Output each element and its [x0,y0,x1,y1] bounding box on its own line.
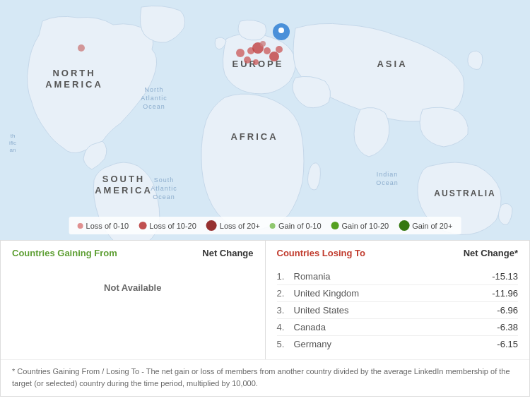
losing-table-title: Countries Losing To [277,248,365,258]
legend-dot-loss-20plus [206,220,217,231]
losing-table-netchange-label: Net Change* [464,248,518,258]
legend-item-loss-20plus: Loss of 20+ [206,220,260,231]
svg-text:South: South [154,176,175,184]
svg-text:AMERICA: AMERICA [95,185,153,196]
data-section: Countries Gaining From Net Change Not Av… [0,240,530,397]
svg-text:Ocean: Ocean [153,193,175,200]
svg-text:Ocean: Ocean [143,103,165,110]
legend-item-gain-10-20: Gain of 10-20 [331,222,389,230]
table-row: 4. Canada -6.38 [277,318,519,335]
row-left: 3. United States [277,305,349,316]
row-country: United States [294,305,349,316]
legend-item-loss-10-20: Loss of 10-20 [139,222,196,230]
row-value: -11.96 [492,288,518,299]
row-value: -6.96 [497,305,518,316]
footnote-text: * Countries Gaining From / Losing To - T… [12,366,518,389]
row-value: -15.13 [492,271,518,282]
not-available-text: Not Available [12,268,254,307]
svg-text:SOUTH: SOUTH [102,174,146,184]
table-row: 5. Germany -6.15 [277,335,519,352]
legend-item-gain-20plus: Gain of 20+ [399,220,452,231]
svg-text:Atlantic: Atlantic [151,185,177,192]
table-row: 2. United Kingdom -11.96 [277,284,519,301]
legend-dot-gain-10-20 [331,222,339,229]
gaining-table-title: Countries Gaining From [12,248,117,258]
svg-point-26 [253,59,259,65]
footnote-section: * Countries Gaining From / Losing To - T… [1,359,529,396]
row-left: 5. Germany [277,339,331,349]
row-rank: 5. [277,339,290,349]
svg-text:AUSTRALIA: AUSTRALIA [434,188,495,198]
row-value: -6.38 [497,322,518,332]
svg-text:ASIA: ASIA [377,59,407,69]
svg-text:Ocean: Ocean [376,179,399,186]
legend-dot-loss-10-20 [139,222,146,229]
svg-text:AFRICA: AFRICA [230,131,278,142]
row-left: 1. Romania [277,271,331,282]
gaining-table: Countries Gaining From Net Change Not Av… [1,241,266,359]
svg-text:NORTH: NORTH [52,68,95,78]
row-value: -6.15 [497,339,518,349]
table-row: 3. United States -6.96 [277,301,519,318]
row-rank: 4. [277,322,290,332]
row-left: 2. United Kingdom [277,288,360,299]
svg-text:North: North [144,86,163,93]
row-left: 4. Canada [277,322,326,332]
svg-text:Atlantic: Atlantic [141,95,167,102]
svg-text:ific: ific [9,140,16,146]
row-country: Romania [294,271,331,282]
svg-point-20 [78,44,85,52]
svg-text:an: an [10,147,16,153]
map-section: North Atlantic Ocean South Atlantic Ocea… [0,0,530,240]
row-rank: 2. [277,288,290,299]
svg-text:AMERICA: AMERICA [45,79,103,90]
gaining-table-netchange-label: Net Change [202,248,253,258]
row-country: Canada [294,322,326,332]
legend-dot-loss-0-10 [78,223,83,229]
losing-table-rows: 1. Romania -15.13 2. United Kingdom -11.… [277,268,519,352]
row-country: Germany [294,339,331,349]
legend-item-loss-0-10: Loss of 0-10 [78,222,129,230]
svg-text:Indian: Indian [377,171,399,178]
map-legend: Loss of 0-10 Loss of 10-20 Loss of 20+ G… [69,217,461,234]
legend-item-gain-0-10: Gain of 0-10 [270,222,322,230]
legend-dot-gain-0-10 [270,223,276,229]
svg-point-24 [264,47,271,54]
svg-point-27 [269,52,279,61]
losing-table-header: Countries Losing To Net Change* [277,248,519,263]
losing-table: Countries Losing To Net Change* 1. Roman… [266,241,530,359]
table-row: 1. Romania -15.13 [277,268,519,284]
svg-point-25 [244,56,251,64]
svg-point-21 [236,49,245,57]
row-rank: 3. [277,305,290,316]
gaining-table-header: Countries Gaining From Net Change [12,248,254,263]
svg-point-31 [278,28,284,33]
row-rank: 1. [277,271,290,282]
svg-point-28 [276,46,283,53]
svg-point-29 [260,41,266,47]
row-country: United Kingdom [294,288,360,299]
data-tables: Countries Gaining From Net Change Not Av… [1,240,529,359]
svg-text:th: th [11,133,16,139]
legend-dot-gain-20plus [399,220,409,231]
